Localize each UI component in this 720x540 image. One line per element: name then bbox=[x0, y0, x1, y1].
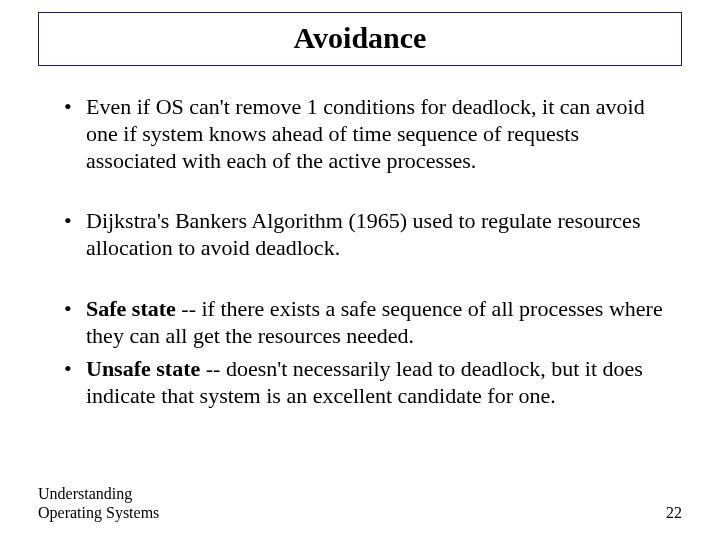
footer-source: Understanding Operating Systems bbox=[38, 484, 159, 522]
footer: Understanding Operating Systems 22 bbox=[38, 484, 682, 522]
bullet-item: Safe state -- if there exists a safe seq… bbox=[60, 296, 672, 350]
bullet-strong: Unsafe state bbox=[86, 356, 200, 381]
bullet-list: Even if OS can't remove 1 conditions for… bbox=[30, 94, 690, 409]
title-box: Avoidance bbox=[38, 12, 682, 66]
bullet-text: Even if OS can't remove 1 conditions for… bbox=[86, 94, 645, 173]
bullet-strong: Safe state bbox=[86, 296, 176, 321]
bullet-item: Even if OS can't remove 1 conditions for… bbox=[60, 94, 672, 174]
bullet-item: Dijkstra's Bankers Algorithm (1965) used… bbox=[60, 208, 672, 262]
footer-line: Operating Systems bbox=[38, 503, 159, 522]
page-number: 22 bbox=[666, 504, 682, 522]
bullet-text: Dijkstra's Bankers Algorithm (1965) used… bbox=[86, 208, 640, 260]
footer-line: Understanding bbox=[38, 484, 159, 503]
bullet-item: Unsafe state -- doesn't necessarily lead… bbox=[60, 356, 672, 410]
slide-title: Avoidance bbox=[39, 21, 681, 55]
slide: Avoidance Even if OS can't remove 1 cond… bbox=[0, 0, 720, 540]
